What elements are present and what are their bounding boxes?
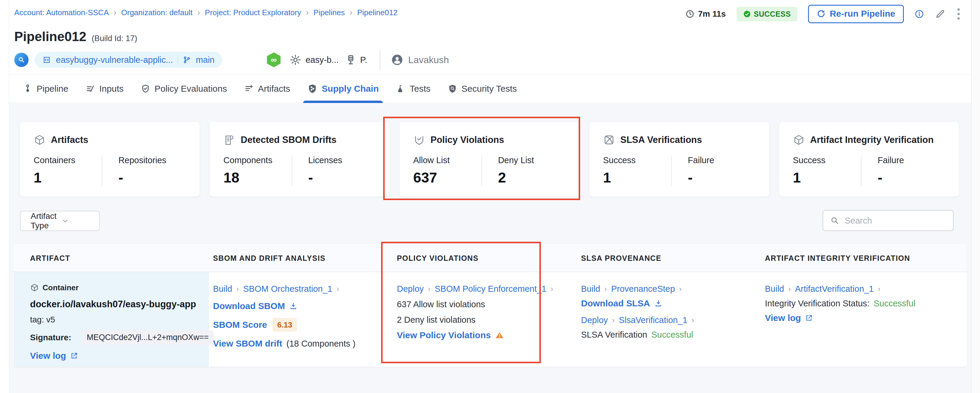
stat-label: Success [603, 155, 671, 165]
tab-inputs[interactable]: Inputs [86, 75, 124, 103]
step-link[interactable]: SBOM Orchestration_1 [243, 283, 332, 294]
card-artifacts: Artifacts Containers 1 Repositories - [20, 122, 200, 196]
chevron-separator-icon: › [605, 283, 607, 294]
breadcrumb-pipelines[interactable]: Pipelines [313, 8, 345, 17]
slsa-icon [603, 134, 615, 146]
card-sbom-drifts: Detected SBOM Drifts Components 18 Licen… [210, 122, 390, 196]
artifact-type-dropdown[interactable]: Artifact Type [20, 211, 100, 231]
avatar-icon [391, 54, 403, 66]
view-policy-violations-link[interactable]: View Policy Violations [397, 330, 491, 340]
card-title: Policy Violations [431, 134, 504, 145]
tab-supply-chain[interactable]: Supply Chain [307, 75, 379, 103]
chevron-separator-icon: › [878, 283, 881, 294]
breadcrumb-project[interactable]: Project: Product Exploratory [205, 8, 301, 17]
stat-divider [481, 155, 482, 186]
download-icon [289, 302, 298, 310]
tab-artifacts[interactable]: Artifacts [244, 75, 290, 103]
repo-branch-pill[interactable]: easybuggy-vulnerable-applic... main [35, 52, 222, 68]
build-id: (Build Id: 17) [92, 34, 137, 43]
policy-violations-cell: Deploy › SBOM Policy Enforcement_1 › 637… [397, 272, 575, 367]
stat-value: - [118, 169, 186, 186]
signature-value[interactable]: MEQCICde2Vjl...L+2+mqnOXw== [81, 331, 214, 345]
stat-divider [671, 155, 672, 186]
view-sbom-drift-link[interactable]: View SBOM drift [213, 338, 282, 349]
stage-link[interactable]: Build [213, 283, 232, 294]
chevron-separator-icon: › [237, 283, 239, 294]
view-log-link[interactable]: View log [30, 350, 66, 361]
tab-label: Artifacts [258, 84, 290, 94]
card-title: SLSA Verifications [620, 134, 702, 145]
duration-value: 7m 11s [698, 9, 725, 19]
artifact-image-name: docker.io/lavakush07/easy-buggy-app [30, 299, 209, 310]
stage-link[interactable]: Deploy [581, 315, 608, 326]
repository-icon [42, 55, 51, 64]
stat-label: Deny List [498, 155, 566, 165]
status-badge: SUCCESS [737, 7, 797, 21]
view-log-link[interactable]: View log [765, 313, 801, 323]
artifact-type-label: Artifact Type [31, 211, 61, 230]
tab-tests[interactable]: Tests [396, 75, 431, 103]
sbom-score-badge: 6.13 [272, 318, 297, 332]
step-link[interactable]: SlsaVerification_1 [619, 315, 687, 326]
stat-allow-list: Allow List 637 [413, 155, 481, 186]
search-box [822, 210, 953, 231]
vertical-scrollbar[interactable] [971, 0, 980, 393]
stat-divider [291, 155, 292, 186]
integrity-status-value: Successful [873, 298, 915, 309]
container-cube-icon [30, 283, 39, 292]
supply-chain-shield-icon [307, 84, 317, 94]
tab-policy-evaluations[interactable]: Policy Evaluations [141, 75, 227, 103]
search-input[interactable] [845, 216, 957, 226]
tab-label: Supply Chain [321, 84, 379, 94]
chevron-separator-icon: › [612, 315, 615, 326]
more-options-icon[interactable] [956, 7, 961, 21]
sbom-score-link[interactable]: SBOM Score [213, 320, 267, 330]
step-link[interactable]: SBOM Policy Enforcement_1 [435, 283, 547, 294]
chevron-separator-icon: › [306, 8, 309, 17]
card-title: Artifacts [51, 134, 88, 145]
download-slsa-link[interactable]: Download SLSA [581, 298, 650, 309]
step-link[interactable]: ArtifactVerification_1 [795, 283, 873, 294]
stat-slsa-failure: Failure - [688, 155, 756, 186]
webhook-trigger-icon: ∞ [267, 53, 280, 67]
step-link[interactable]: ProvenanceStep [611, 283, 675, 294]
breadcrumb-organization[interactable]: Organization: default [121, 8, 192, 17]
stat-value: - [878, 169, 946, 186]
branch-name[interactable]: main [196, 55, 215, 65]
stat-value: 2 [498, 169, 566, 186]
col-artifact: ARTIFACT [30, 254, 70, 263]
repo-name[interactable]: easybuggy-vulnerable-applic... [56, 55, 173, 65]
trigger-short-label: P. [360, 55, 367, 65]
breadcrumb-pipeline012[interactable]: Pipeline012 [357, 8, 398, 17]
col-slsa-provenance: SLSA PROVENANCE [581, 254, 661, 263]
download-sbom-link[interactable]: Download SBOM [213, 301, 285, 312]
integrity-status-label: Integrity Verification Status: [765, 298, 869, 309]
info-icon[interactable] [915, 9, 924, 19]
git-branch-icon [183, 56, 191, 64]
stat-divider [102, 155, 102, 186]
sbom-cell: Build › SBOM Orchestration_1 › Download … [213, 272, 391, 367]
card-slsa-verifications: SLSA Verifications Success 1 Failure - [589, 122, 769, 196]
stage-link[interactable]: Build [581, 283, 600, 294]
artifact-tag: tag: v5 [30, 315, 209, 324]
tab-security-tests[interactable]: Security Tests [448, 75, 517, 103]
rerun-label: Re-run Pipeline [830, 9, 895, 19]
stage-link[interactable]: Deploy [397, 283, 424, 294]
edit-pencil-icon[interactable] [935, 9, 945, 19]
tab-label: Pipeline [37, 84, 68, 94]
breadcrumb-account[interactable]: Account: Automation-SSCA [14, 8, 109, 17]
tab-pipeline[interactable]: Pipeline [23, 75, 68, 103]
security-shield-icon [448, 84, 457, 93]
stat-label: Licenses [308, 155, 376, 165]
col-integrity: ARTIFACT INTEGRITY VERIFICATION [765, 254, 910, 263]
stage-link[interactable]: Build [765, 283, 784, 294]
page-title: Pipeline012 [14, 29, 86, 44]
stat-value: 637 [413, 169, 481, 186]
cube-icon [793, 134, 805, 146]
rerun-pipeline-button[interactable]: Re-run Pipeline [808, 5, 904, 23]
card-title: Artifact Integrity Verification [810, 134, 934, 145]
meta-divider [380, 50, 380, 70]
stat-repositories: Repositories - [118, 155, 186, 186]
execution-meta-row: easybuggy-vulnerable-applic... main ∞ ea… [14, 51, 449, 69]
stat-value: - [688, 169, 756, 186]
